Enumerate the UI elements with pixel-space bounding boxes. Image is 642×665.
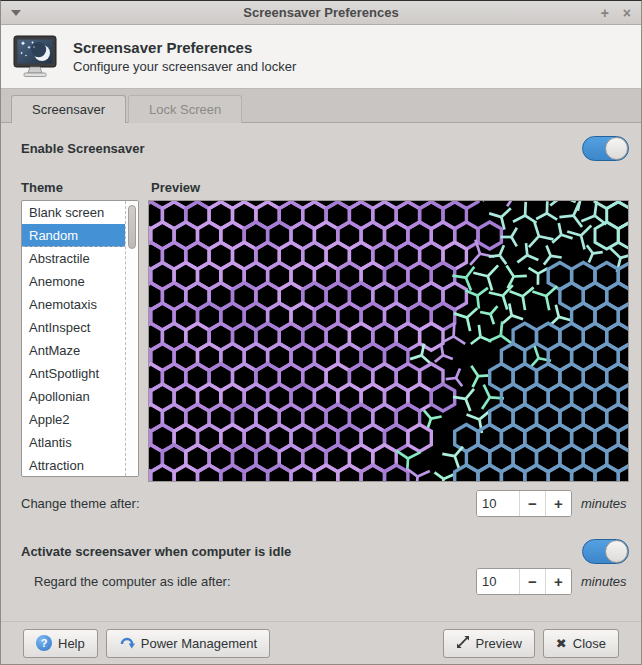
close-icon: ✖ (556, 636, 567, 651)
theme-list[interactable]: Blank screenRandomAbstractileAnemoneAnem… (21, 200, 139, 477)
screensaver-preview (148, 200, 629, 482)
close-button-label: Close (573, 636, 606, 651)
tab-lock-screen[interactable]: Lock Screen (128, 95, 242, 123)
theme-list-scrollbar[interactable] (125, 201, 138, 476)
change-theme-after-label: Change theme after: (21, 496, 140, 511)
theme-list-item[interactable]: Atlantis (22, 431, 125, 454)
enable-screensaver-toggle[interactable] (582, 136, 629, 161)
fullscreen-preview-icon (456, 635, 470, 652)
close-button[interactable]: ✖ Close (543, 629, 619, 658)
theme-list-item[interactable]: Apple2 (22, 408, 125, 431)
power-management-button-label: Power Management (141, 636, 257, 651)
power-management-icon (119, 634, 135, 653)
help-icon: ? (36, 635, 52, 651)
change-theme-plus-button[interactable]: + (545, 491, 571, 516)
theme-list-item[interactable]: AntInspect (22, 316, 125, 339)
scrollbar-thumb[interactable] (128, 205, 136, 249)
idle-delay-minus-button[interactable]: − (519, 569, 545, 594)
change-theme-minus-button[interactable]: − (519, 491, 545, 516)
page-subtitle: Configure your screensaver and locker (73, 59, 296, 74)
preview-art (149, 201, 628, 481)
theme-list-item[interactable]: Attraction (22, 454, 125, 477)
change-theme-spinbox: − + (476, 490, 572, 517)
tab-strip: Screensaver Lock Screen (1, 89, 641, 123)
screensaver-preferences-window: Screensaver Preferences + × (0, 0, 642, 665)
preview-button-label: Preview (476, 636, 522, 651)
idle-delay-spinbox: − + (476, 568, 572, 595)
enable-screensaver-label: Enable Screensaver (21, 141, 145, 156)
window-menu-icon[interactable] (11, 10, 21, 16)
header: Screensaver Preferences Configure your s… (1, 25, 641, 89)
window-title: Screensaver Preferences (1, 5, 641, 20)
minutes-unit-label: minutes (581, 574, 629, 589)
theme-list-item[interactable]: Anemone (22, 270, 125, 293)
preview-label: Preview (151, 180, 200, 195)
action-bar: ? Help Power Management (1, 621, 641, 664)
activate-when-idle-toggle[interactable] (582, 539, 629, 564)
activate-when-idle-label: Activate screensaver when computer is id… (21, 544, 291, 559)
close-window-button[interactable]: × (623, 6, 631, 20)
power-management-button[interactable]: Power Management (106, 629, 270, 658)
tab-screensaver[interactable]: Screensaver (11, 95, 126, 123)
titlebar[interactable]: Screensaver Preferences + × (1, 1, 641, 25)
theme-label: Theme (21, 180, 151, 195)
preview-button[interactable]: Preview (443, 629, 535, 658)
change-theme-input[interactable] (477, 491, 519, 516)
theme-list-item[interactable]: Anemotaxis (22, 293, 125, 316)
idle-delay-plus-button[interactable]: + (545, 569, 571, 594)
help-button-label: Help (58, 636, 85, 651)
theme-list-item[interactable]: Apollonian (22, 385, 125, 408)
idle-delay-input[interactable] (477, 569, 519, 594)
theme-list-item[interactable]: Random (22, 224, 125, 247)
theme-list-item[interactable]: AntSpotlight (22, 362, 125, 385)
screensaver-app-icon (11, 31, 59, 83)
help-button[interactable]: ? Help (23, 629, 98, 658)
theme-list-item[interactable]: Abstractile (22, 247, 125, 270)
toggle-knob (605, 540, 628, 563)
toggle-knob (605, 137, 628, 160)
page-title: Screensaver Preferences (73, 39, 296, 56)
theme-list-item[interactable]: AntMaze (22, 339, 125, 362)
theme-list-item[interactable]: Blank screen (22, 201, 125, 224)
idle-delay-label: Regard the computer as idle after: (34, 574, 231, 589)
minutes-unit-label: minutes (581, 496, 629, 511)
maximize-button[interactable]: + (601, 6, 609, 20)
screensaver-tab-content: Enable Screensaver Theme Preview Blank s… (1, 123, 641, 621)
